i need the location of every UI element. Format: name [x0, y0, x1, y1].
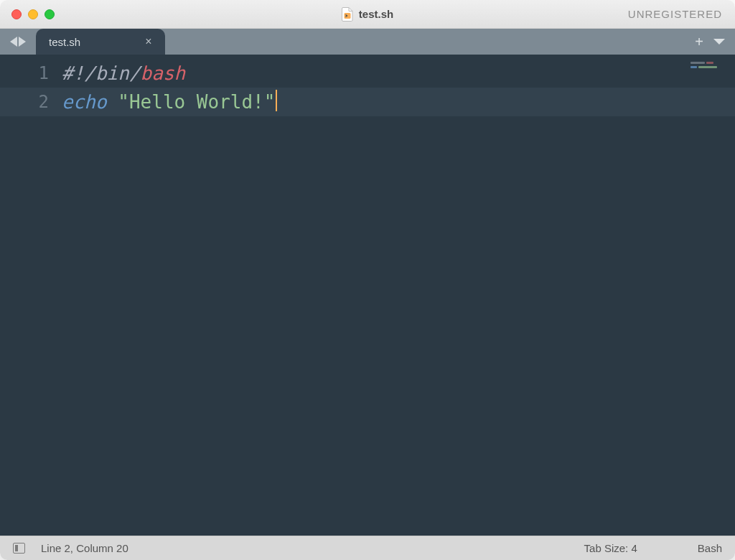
line-number[interactable]: 2	[0, 88, 62, 116]
tab-bar: test.sh × +	[0, 29, 735, 55]
text-cursor	[276, 90, 277, 111]
code-line[interactable]: 2echo "Hello World!"	[0, 88, 735, 116]
window-title: test.sh	[359, 8, 393, 20]
window-titlebar: test.sh UNREGISTERED	[0, 0, 735, 29]
code-line[interactable]: 1#!/bin/bash	[0, 59, 735, 88]
cursor-position-label[interactable]: Line 2, Column 20	[41, 542, 128, 554]
license-state-label: UNREGISTERED	[628, 8, 735, 20]
close-tab-button[interactable]: ×	[145, 36, 151, 47]
editor-viewport[interactable]: 1#!/bin/bash2echo "Hello World!"	[0, 55, 735, 536]
svg-rect-0	[344, 13, 350, 19]
code-content[interactable]: echo "Hello World!"	[62, 88, 277, 116]
tab-size-label[interactable]: Tab Size: 4	[584, 542, 637, 554]
history-back-button[interactable]	[10, 37, 17, 47]
close-window-button[interactable]	[11, 9, 22, 19]
tab-overflow-button[interactable]	[713, 39, 725, 45]
toggle-sidebar-button[interactable]	[13, 543, 25, 554]
history-forward-button[interactable]	[19, 37, 26, 47]
status-bar: Line 2, Column 20 Tab Size: 4 Bash	[0, 536, 735, 560]
window-controls	[0, 9, 55, 19]
document-icon	[342, 7, 353, 22]
minimize-window-button[interactable]	[28, 9, 38, 19]
tab-label: test.sh	[49, 36, 80, 48]
new-tab-button[interactable]: +	[695, 34, 703, 49]
minimap[interactable]	[690, 62, 728, 75]
syntax-label[interactable]: Bash	[698, 542, 722, 554]
zoom-window-button[interactable]	[45, 9, 55, 19]
tab-test-sh[interactable]: test.sh ×	[36, 29, 165, 55]
code-content[interactable]: #!/bin/bash	[62, 59, 185, 88]
history-nav	[0, 29, 36, 55]
line-number[interactable]: 1	[0, 59, 62, 88]
